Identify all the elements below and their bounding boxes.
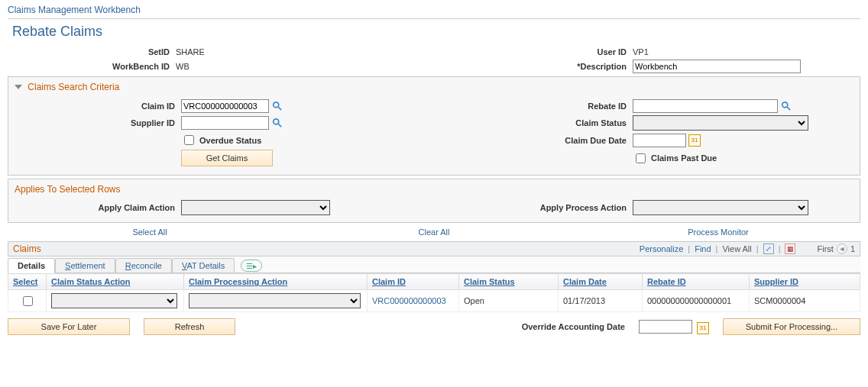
claim-due-date-field[interactable] bbox=[633, 134, 686, 147]
claim-status-select[interactable] bbox=[633, 115, 808, 131]
description-label: *Description bbox=[434, 62, 633, 71]
rebate-id-field[interactable] bbox=[633, 99, 778, 113]
svg-point-4 bbox=[274, 119, 279, 124]
workbenchid-label: WorkBench ID bbox=[8, 62, 176, 71]
divider bbox=[8, 18, 860, 19]
row-claim-date: 01/17/2013 bbox=[559, 290, 643, 312]
row-claim-id-link[interactable]: VRC000000000003 bbox=[372, 296, 446, 305]
override-accounting-date-label: Override Accounting Date bbox=[522, 322, 625, 331]
search-criteria-group: Claims Search Criteria Claim ID Rebate I… bbox=[8, 76, 860, 176]
header-row-1: SetID SHARE User ID VP1 bbox=[8, 47, 860, 56]
save-for-later-button[interactable]: Save For Later bbox=[8, 318, 130, 335]
footer-row: Save For Later Refresh Override Accounti… bbox=[8, 318, 860, 335]
header-row-2: WorkBench ID WB *Description bbox=[8, 60, 860, 73]
select-all-link[interactable]: Select All bbox=[132, 227, 167, 237]
personalize-link[interactable]: Personalize bbox=[640, 244, 683, 253]
grid-header-bar: Claims Personalize | Find | View All | ⤢… bbox=[8, 241, 860, 256]
rebate-id-lookup-icon[interactable] bbox=[780, 100, 792, 112]
col-claim-status-action[interactable]: Claim Status Action bbox=[47, 274, 184, 290]
apply-claim-action-select[interactable] bbox=[181, 200, 330, 215]
claim-due-date-calendar-icon[interactable]: 31 bbox=[688, 134, 701, 147]
download-icon[interactable]: ▦ bbox=[785, 243, 795, 254]
grid-header-row: Select Claim Status Action Claim Process… bbox=[8, 274, 860, 290]
breadcrumb: Claims Management Workbench bbox=[8, 3, 860, 18]
row-claim-status: Open bbox=[459, 290, 559, 312]
claim-id-label: Claim ID bbox=[13, 102, 181, 111]
get-claims-button[interactable]: Get Claims bbox=[181, 150, 273, 166]
col-supplier-id[interactable]: Supplier ID bbox=[750, 274, 860, 290]
grid-tabs: Details Settlement Reconcile VAT Details… bbox=[8, 256, 860, 273]
col-select[interactable]: Select bbox=[8, 274, 47, 290]
apply-claim-action-label: Apply Claim Action bbox=[13, 203, 181, 212]
rebate-id-label: Rebate ID bbox=[434, 102, 633, 111]
col-rebate-id[interactable]: Rebate ID bbox=[643, 274, 750, 290]
applies-group: Applies To Selected Rows Apply Claim Act… bbox=[8, 179, 860, 223]
prev-page-icon[interactable]: ◄ bbox=[837, 243, 847, 254]
claim-status-label: Claim Status bbox=[434, 118, 633, 127]
tab-settlement[interactable]: Settlement bbox=[55, 258, 115, 273]
override-accounting-date-calendar-icon[interactable]: 31 bbox=[697, 322, 709, 334]
action-links-row: Select All Clear All Process Monitor bbox=[8, 227, 860, 237]
supplier-id-label: Supplier ID bbox=[13, 118, 181, 127]
zoom-icon[interactable]: ⤢ bbox=[763, 243, 774, 254]
override-accounting-date-field[interactable] bbox=[639, 320, 692, 334]
refresh-button[interactable]: Refresh bbox=[144, 318, 235, 335]
view-all-text: View All bbox=[722, 244, 751, 253]
svg-point-2 bbox=[782, 102, 788, 108]
tab-details[interactable]: Details bbox=[8, 258, 55, 273]
col-claim-processing-action[interactable]: Claim Processing Action bbox=[184, 274, 368, 290]
search-criteria-title-row: Claims Search Criteria bbox=[13, 80, 855, 97]
row-claim-processing-action-select[interactable] bbox=[189, 293, 361, 308]
apply-process-action-label: Apply Process Action bbox=[434, 203, 633, 212]
description-field[interactable] bbox=[633, 60, 801, 73]
row-select-checkbox[interactable] bbox=[23, 296, 33, 306]
col-claim-id[interactable]: Claim ID bbox=[368, 274, 459, 290]
search-criteria-title: Claims Search Criteria bbox=[28, 82, 119, 92]
apply-process-action-select[interactable] bbox=[633, 200, 808, 215]
process-monitor-link[interactable]: Process Monitor bbox=[688, 227, 748, 237]
workbenchid-value: WB bbox=[176, 62, 189, 71]
table-row: VRC000000000003Open01/17/201300000000000… bbox=[8, 290, 860, 312]
claim-id-lookup-icon[interactable] bbox=[271, 100, 283, 112]
svg-line-5 bbox=[278, 124, 281, 127]
show-all-columns-icon[interactable]: ☰▸ bbox=[241, 260, 262, 272]
tab-vat-details[interactable]: VAT Details bbox=[172, 258, 235, 273]
setid-label: SetID bbox=[8, 47, 176, 56]
svg-line-1 bbox=[278, 107, 281, 110]
row-supplier-id: SCM0000004 bbox=[750, 290, 860, 312]
claim-id-field[interactable] bbox=[181, 99, 269, 113]
claims-past-due-label: Claims Past Due bbox=[651, 153, 717, 163]
clear-all-link[interactable]: Clear All bbox=[419, 227, 450, 237]
overdue-status-checkbox[interactable] bbox=[184, 135, 194, 145]
userid-value: VP1 bbox=[633, 47, 649, 56]
first-label: First bbox=[817, 244, 833, 253]
row-counter: 1 bbox=[850, 244, 855, 253]
row-claim-status-action-select[interactable] bbox=[51, 293, 177, 308]
submit-for-processing-button[interactable]: Submit For Processing... bbox=[723, 318, 860, 335]
supplier-id-lookup-icon[interactable] bbox=[271, 117, 283, 129]
collapse-icon[interactable] bbox=[15, 85, 22, 89]
find-link[interactable]: Find bbox=[695, 244, 711, 253]
grid-title: Claims bbox=[13, 243, 41, 254]
applies-title: Applies To Selected Rows bbox=[13, 182, 855, 198]
claims-past-due-checkbox[interactable] bbox=[636, 153, 646, 163]
svg-point-0 bbox=[274, 102, 279, 108]
claims-grid: Select Claim Status Action Claim Process… bbox=[8, 273, 860, 312]
setid-value: SHARE bbox=[176, 47, 205, 56]
overdue-status-label: Overdue Status bbox=[199, 136, 261, 145]
supplier-id-field[interactable] bbox=[181, 116, 269, 130]
claim-due-date-label: Claim Due Date bbox=[434, 136, 633, 145]
col-claim-date[interactable]: Claim Date bbox=[559, 274, 643, 290]
userid-label: User ID bbox=[434, 47, 633, 56]
tab-reconcile[interactable]: Reconcile bbox=[115, 258, 172, 273]
col-claim-status[interactable]: Claim Status bbox=[459, 274, 559, 290]
row-rebate-id: 000000000000000001 bbox=[643, 290, 750, 312]
page-title: Rebate Claims bbox=[8, 22, 860, 47]
svg-line-3 bbox=[787, 107, 790, 110]
